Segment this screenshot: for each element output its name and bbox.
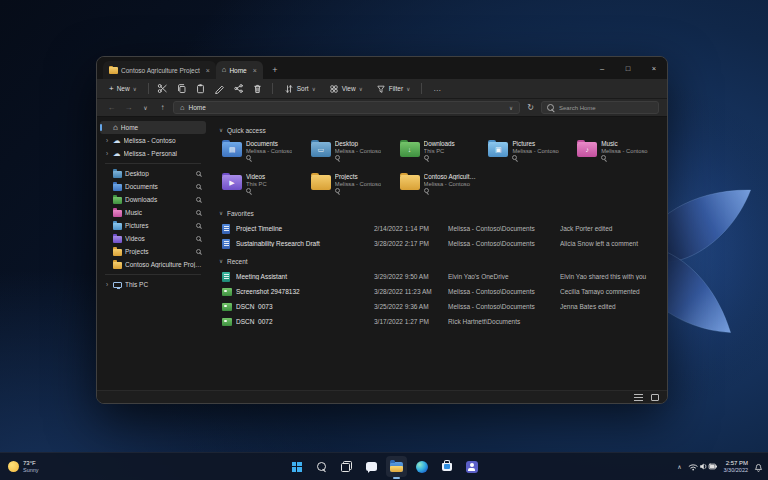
forward-button[interactable]: → xyxy=(122,104,135,112)
new-button[interactable]: + New ∨ xyxy=(105,83,141,95)
downloads-folder-icon xyxy=(113,197,122,204)
more-options-button[interactable]: … xyxy=(429,82,446,95)
navigation-pane: ⌂ Home › ☁ Melissa - Contoso › ☁ Melissa… xyxy=(97,117,209,390)
details-view-button[interactable] xyxy=(634,394,643,401)
sidebar-item-label: Contoso Agriculture Project xyxy=(125,261,202,268)
sidebar-item-music[interactable]: Music xyxy=(100,206,206,219)
chevron-right-icon[interactable]: › xyxy=(104,281,110,288)
sidebar-item-home[interactable]: ⌂ Home xyxy=(100,121,206,134)
tab-close-icon[interactable]: × xyxy=(253,67,257,74)
task-view-button[interactable] xyxy=(336,456,357,477)
hidden-icons-chevron[interactable]: ∧ xyxy=(677,464,681,470)
file-row[interactable]: Sustainability Research Draft 3/28/2022 … xyxy=(219,236,657,251)
close-button[interactable]: × xyxy=(641,57,667,79)
file-location: Rick Hartnett\Documents xyxy=(448,318,560,325)
recent-header[interactable]: ∨ Recent xyxy=(219,255,657,267)
sidebar-item-onedrive-contoso[interactable]: › ☁ Melissa - Contoso xyxy=(100,134,206,147)
quick-access-header[interactable]: ∨ Quick access xyxy=(219,124,657,136)
breadcrumb[interactable]: ⌂ Home ∨ xyxy=(173,101,520,114)
chevron-right-icon[interactable]: › xyxy=(104,137,110,144)
file-row[interactable]: Project Timeline 2/14/2022 1:14 PM Melis… xyxy=(219,221,657,236)
taskbar-clock[interactable]: 2:57 PM 3/30/2022 xyxy=(724,460,748,474)
chevron-down-icon[interactable]: ∨ xyxy=(219,210,223,216)
sidebar-item-videos[interactable]: Videos xyxy=(100,232,206,245)
copy-button[interactable] xyxy=(175,82,189,96)
search-input[interactable] xyxy=(559,105,653,111)
image-icon xyxy=(222,303,236,311)
rename-button[interactable] xyxy=(213,82,227,96)
chevron-right-icon[interactable]: › xyxy=(104,150,110,157)
minimize-button[interactable]: – xyxy=(589,57,615,79)
widgets-weather-button[interactable]: 73°F Sunny xyxy=(8,460,39,474)
sidebar-item-label: Desktop xyxy=(125,170,193,177)
sidebar-separator xyxy=(105,163,201,164)
paste-button[interactable] xyxy=(194,82,208,96)
tab-close-icon[interactable]: × xyxy=(206,67,210,74)
sidebar-item-documents[interactable]: Documents xyxy=(100,180,206,193)
chevron-down-icon[interactable]: ∨ xyxy=(219,127,223,133)
chevron-down-icon[interactable]: ∨ xyxy=(219,258,223,264)
sidebar-item-contoso-agriculture-project[interactable]: Contoso Agriculture Project xyxy=(100,258,206,271)
sidebar-item-onedrive-personal[interactable]: › ☁ Melissa - Personal xyxy=(100,147,206,160)
chat-button[interactable] xyxy=(361,456,382,477)
file-activity: Cecilia Tamayo commented xyxy=(560,288,654,295)
sidebar-item-pictures[interactable]: Pictures xyxy=(100,219,206,232)
tile-music[interactable]: ♪ MusicMelissa - Contoso xyxy=(574,138,657,168)
file-explorer-button[interactable] xyxy=(386,456,407,477)
sidebar-item-label: Documents xyxy=(125,183,193,190)
teams-button[interactable] xyxy=(461,456,482,477)
notifications-bell-icon[interactable] xyxy=(754,462,763,472)
sort-button[interactable]: Sort ∨ xyxy=(280,82,320,96)
window-titlebar[interactable]: Contoso Agriculture Project × ⌂ Home × +… xyxy=(97,57,667,79)
tile-documents[interactable]: ▤ DocumentsMelissa - Contoso xyxy=(219,138,302,168)
large-icons-view-button[interactable] xyxy=(651,394,659,401)
address-dropdown-icon[interactable]: ∨ xyxy=(509,105,513,111)
network-volume-battery-icons[interactable] xyxy=(688,461,718,472)
cut-icon xyxy=(157,83,168,94)
taskbar-search-button[interactable] xyxy=(311,456,332,477)
delete-button[interactable] xyxy=(251,82,265,96)
file-row[interactable]: Meeting Assistant 3/29/2022 9:50 AM Elvi… xyxy=(219,269,657,284)
tab-contoso-agriculture-project[interactable]: Contoso Agriculture Project × xyxy=(103,61,216,79)
cut-button[interactable] xyxy=(156,82,170,96)
sidebar-item-projects[interactable]: Projects xyxy=(100,245,206,258)
file-row[interactable]: DSCN_0073 3/25/2022 9:36 AM Melissa - Co… xyxy=(219,299,657,314)
share-button[interactable] xyxy=(232,82,246,96)
sidebar-item-label: Pictures xyxy=(125,222,193,229)
start-button[interactable] xyxy=(286,456,307,477)
up-button[interactable]: ↑ xyxy=(156,104,169,112)
recent-locations-button[interactable]: ∨ xyxy=(139,105,152,111)
file-name: DSCN_0073 xyxy=(236,303,374,310)
window-body: ⌂ Home › ☁ Melissa - Contoso › ☁ Melissa… xyxy=(97,117,667,390)
tile-projects[interactable]: ProjectsMelissa - Contoso xyxy=(308,171,391,201)
edge-button[interactable] xyxy=(411,456,432,477)
file-location: Elvin Yao's OneDrive xyxy=(448,273,560,280)
view-button[interactable]: View ∨ xyxy=(325,82,367,96)
sidebar-item-downloads[interactable]: Downloads xyxy=(100,193,206,206)
back-button[interactable]: ← xyxy=(105,104,118,112)
sidebar-item-desktop[interactable]: Desktop xyxy=(100,167,206,180)
file-row[interactable]: Screenshot 29478132 3/28/2022 11:23 AM M… xyxy=(219,284,657,299)
favorites-header[interactable]: ∨ Favorites xyxy=(219,207,657,219)
store-button[interactable] xyxy=(436,456,457,477)
pictures-folder-icon: ▣ xyxy=(488,142,508,157)
tab-home[interactable]: ⌂ Home × xyxy=(216,61,263,79)
tile-downloads[interactable]: ↓ DownloadsThis PC xyxy=(397,138,480,168)
tile-contoso-agriculture-project[interactable]: Contoso Agriculture ProjectMelissa - Con… xyxy=(397,171,480,201)
tile-pictures[interactable]: ▣ PicturesMelissa - Contoso xyxy=(485,138,568,168)
sidebar-item-this-pc[interactable]: › This PC xyxy=(100,278,206,291)
tile-desktop[interactable]: ▭ DesktopMelissa - Contoso xyxy=(308,138,391,168)
tile-videos[interactable]: ▶ VideosThis PC xyxy=(219,171,302,201)
breadcrumb-location[interactable]: Home xyxy=(189,104,206,111)
filter-button[interactable]: Filter ∨ xyxy=(372,82,414,96)
file-date: 3/28/2022 2:17 PM xyxy=(374,240,448,247)
file-name: Meeting Assistant xyxy=(236,273,374,280)
refresh-button[interactable]: ↻ xyxy=(524,104,537,112)
new-tab-button[interactable]: + xyxy=(267,62,283,78)
file-activity: Alicia Snow left a comment xyxy=(560,240,654,247)
system-tray: ∧ 2:57 PM 3/30/2022 xyxy=(677,460,763,474)
file-row[interactable]: DSCN_0072 3/17/2022 1:27 PM Rick Hartnet… xyxy=(219,314,657,329)
projects-folder-icon xyxy=(311,175,331,190)
maximize-button[interactable]: □ xyxy=(615,57,641,79)
search-box[interactable] xyxy=(541,101,659,114)
